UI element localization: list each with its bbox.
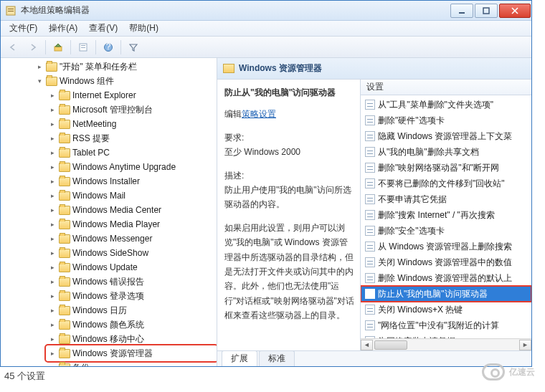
tree-item[interactable]: ▸"开始" 菜单和任务栏 xyxy=(34,59,217,74)
setting-item[interactable]: 关闭 Windows+X 热键 xyxy=(361,302,531,317)
setting-item[interactable]: 删除"硬件"选项卡 xyxy=(361,113,531,128)
chevron-right-icon[interactable]: ▸ xyxy=(48,346,57,360)
tree-item-label: Windows Installer xyxy=(72,174,140,188)
tree-item[interactable]: ▸备份 xyxy=(47,360,217,366)
tree-item[interactable]: ▸Windows Media Player xyxy=(47,217,217,231)
setting-item[interactable]: 从"我的电脑"删除共享文档 xyxy=(361,144,531,160)
minimize-button[interactable] xyxy=(450,4,473,18)
chevron-right-icon[interactable]: ▸ xyxy=(48,260,57,274)
setting-label: 防止从"我的电脑"访问驱动器 xyxy=(378,287,488,300)
menu-action[interactable]: 操作(A) xyxy=(43,21,83,36)
chevron-right-icon[interactable]: ▸ xyxy=(48,289,57,303)
chevron-right-icon[interactable]: ▸ xyxy=(48,231,57,246)
chevron-right-icon[interactable]: ▸ xyxy=(48,188,57,203)
tree-item-label: Microsoft 管理控制台 xyxy=(72,102,153,117)
chevron-right-icon[interactable]: ▸ xyxy=(48,117,57,131)
setting-item[interactable]: "网络位置"中没有"我附近的计算 xyxy=(361,317,531,333)
horizontal-scrollbar[interactable]: ◄ ► xyxy=(361,338,531,350)
help-button[interactable]: ? xyxy=(100,39,116,55)
chevron-right-icon[interactable]: ▸ xyxy=(35,59,44,74)
window-title: 本地组策略编辑器 xyxy=(21,4,450,16)
tree-item[interactable]: ▸Windows SideShow xyxy=(47,246,217,260)
svg-rect-2 xyxy=(8,11,14,11)
tree-item[interactable]: ▸Windows 登录选项 xyxy=(47,289,217,303)
setting-item[interactable]: 为网络安装申请凭据 xyxy=(361,333,531,338)
setting-item[interactable]: 删除"搜索 Internet" / "再次搜索 xyxy=(361,207,531,223)
settings-column-header[interactable]: 设置 xyxy=(361,80,531,95)
tree-item[interactable]: ▸Tablet PC xyxy=(47,145,217,160)
scroll-left-button[interactable]: ◄ xyxy=(361,340,373,350)
close-button[interactable] xyxy=(499,4,531,18)
tree-item[interactable]: ▸Windows 错误报告 xyxy=(47,274,217,289)
scroll-right-button[interactable]: ► xyxy=(519,340,531,350)
chevron-down-icon[interactable]: ▾ xyxy=(35,74,44,88)
setting-item[interactable]: 从 Windows 资源管理器上删除搜索 xyxy=(361,239,531,254)
settings-list[interactable]: 从"工具"菜单删除"文件夹选项"删除"硬件"选项卡隐藏 Windows 资源管理… xyxy=(361,95,531,338)
tree-item-label: Windows 登录选项 xyxy=(72,289,144,303)
tree-pane[interactable]: ▸"开始" 菜单和任务栏▾Windows 组件▸Internet Explore… xyxy=(1,58,217,366)
setting-item[interactable]: 不要申请其它凭据 xyxy=(361,191,531,207)
tab-standard[interactable]: 标准 xyxy=(259,350,295,366)
chevron-right-icon[interactable]: ▸ xyxy=(48,131,57,145)
maximize-button[interactable] xyxy=(475,4,498,18)
tree-item-label: Windows 颜色系统 xyxy=(72,317,144,332)
chevron-right-icon[interactable]: ▸ xyxy=(48,360,57,366)
tree-item[interactable]: ▸Microsoft 管理控制台 xyxy=(47,102,217,117)
folder-icon xyxy=(59,120,70,129)
setting-label: 不要申请其它凭据 xyxy=(378,193,447,206)
menu-help[interactable]: 帮助(H) xyxy=(123,21,164,36)
tree-item[interactable]: ▸NetMeeting xyxy=(47,117,217,131)
tree-item[interactable]: ▸Windows Update xyxy=(47,260,217,274)
setting-item[interactable]: 删除 Windows 资源管理器的默认上 xyxy=(361,270,531,286)
chevron-right-icon[interactable]: ▸ xyxy=(48,145,57,160)
chevron-right-icon[interactable]: ▸ xyxy=(48,88,57,102)
setting-item[interactable]: 删除"安全"选项卡 xyxy=(361,223,531,239)
forward-button[interactable] xyxy=(25,39,41,55)
setting-item[interactable]: 关闭 Windows 资源管理器中的数值 xyxy=(361,254,531,270)
chevron-right-icon[interactable]: ▸ xyxy=(48,203,57,217)
filter-button[interactable] xyxy=(125,39,141,55)
tree-item[interactable]: ▸Windows 日历 xyxy=(47,303,217,317)
chevron-right-icon[interactable]: ▸ xyxy=(48,174,57,188)
chevron-right-icon[interactable]: ▸ xyxy=(48,102,57,117)
scroll-thumb[interactable] xyxy=(374,340,407,350)
tree-item[interactable]: ▸Internet Explorer xyxy=(47,88,217,102)
tree-item[interactable]: ▸Windows Mail xyxy=(47,188,217,203)
chevron-right-icon[interactable]: ▸ xyxy=(48,160,57,174)
tab-extended[interactable]: 扩展 xyxy=(222,350,257,366)
tree-item[interactable]: ▸Windows 移动中心 xyxy=(47,332,217,346)
edit-policy-link[interactable]: 策略设置 xyxy=(242,109,276,119)
chevron-right-icon[interactable]: ▸ xyxy=(48,217,57,231)
chevron-right-icon[interactable]: ▸ xyxy=(48,303,57,317)
properties-button[interactable] xyxy=(75,39,91,55)
setting-label: 关闭 Windows 资源管理器中的数值 xyxy=(378,256,512,269)
setting-item[interactable]: 从"工具"菜单删除"文件夹选项" xyxy=(361,97,531,113)
tree-item[interactable]: ▸Windows 资源管理器 xyxy=(47,346,217,360)
tree-item[interactable]: ▸Windows Installer xyxy=(47,174,217,188)
chevron-right-icon[interactable]: ▸ xyxy=(48,246,57,260)
tree-item[interactable]: ▸Windows Media Center xyxy=(47,203,217,217)
tree-item[interactable]: ▸Windows 颜色系统 xyxy=(47,317,217,332)
tree-item[interactable]: ▸Windows Messenger xyxy=(47,231,217,246)
tree-item-label: "开始" 菜单和任务栏 xyxy=(60,59,137,74)
menu-view[interactable]: 查看(V) xyxy=(83,21,123,36)
menu-file[interactable]: 文件(F) xyxy=(4,21,43,36)
setting-item[interactable]: 隐藏 Windows 资源管理器上下文菜 xyxy=(361,128,531,144)
up-button[interactable] xyxy=(50,39,66,55)
back-button[interactable] xyxy=(5,39,21,55)
setting-item[interactable]: 删除"映射网络驱动器"和"断开网 xyxy=(361,160,531,176)
setting-label: "网络位置"中没有"我附近的计算 xyxy=(378,319,499,332)
chevron-right-icon[interactable]: ▸ xyxy=(48,317,57,332)
svg-rect-10 xyxy=(81,47,85,48)
folder-icon xyxy=(59,148,70,158)
tree-item[interactable]: ▸RSS 提要 xyxy=(47,131,217,145)
chevron-right-icon[interactable]: ▸ xyxy=(48,332,57,346)
setting-item[interactable]: 防止从"我的电脑"访问驱动器 xyxy=(361,286,531,302)
tree-item[interactable]: ▸Windows Anytime Upgrade xyxy=(47,160,217,174)
toolbar-divider xyxy=(95,40,96,54)
setting-item[interactable]: 不要将已删除的文件移到"回收站" xyxy=(361,176,531,191)
chevron-right-icon[interactable]: ▸ xyxy=(48,274,57,289)
tree-item-label: Windows Media Center xyxy=(72,203,161,217)
scroll-track[interactable] xyxy=(373,340,519,350)
tree-item[interactable]: ▾Windows 组件 xyxy=(34,74,217,88)
